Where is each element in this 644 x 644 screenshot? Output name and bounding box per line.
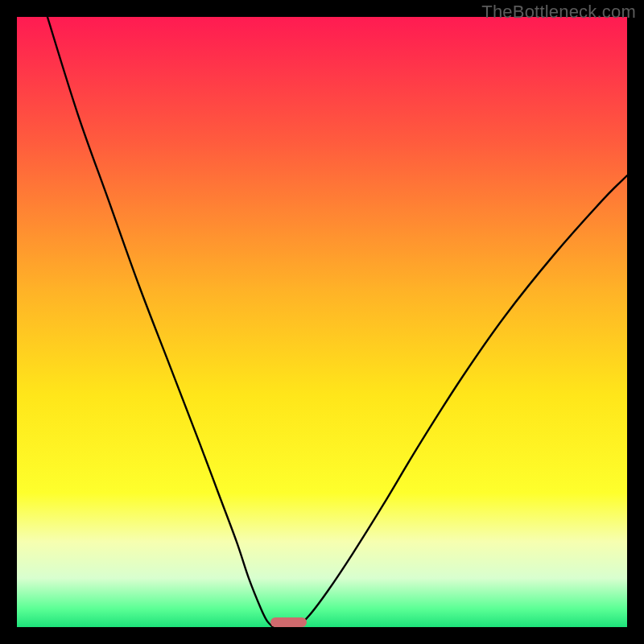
optimal-range-marker — [270, 617, 307, 627]
bottleneck-curve — [17, 17, 627, 627]
curve-right-branch — [298, 175, 627, 627]
curve-left-branch — [47, 17, 273, 627]
watermark-text: TheBottleneck.com — [481, 2, 636, 23]
chart-frame: TheBottleneck.com — [0, 0, 644, 644]
